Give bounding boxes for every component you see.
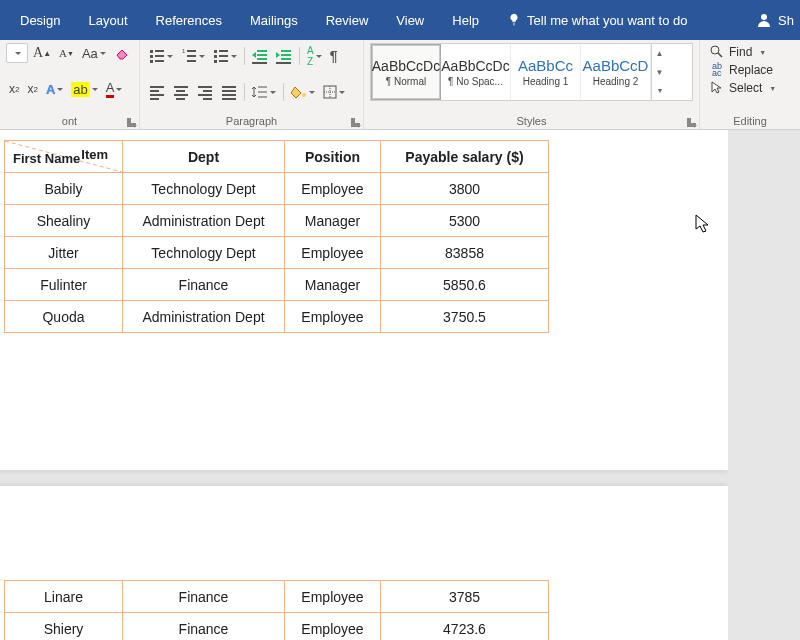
font-group: A▲ A▼ Aa x2 x2 A ab A ont — [0, 40, 140, 129]
header-position: Position — [285, 141, 381, 173]
cell-sal[interactable]: 5850.6 — [381, 269, 549, 301]
align-center-button[interactable] — [170, 82, 192, 102]
ribbon-tab-bar: Design Layout References Mailings Review… — [0, 0, 800, 40]
tab-review[interactable]: Review — [312, 0, 383, 40]
share-area[interactable]: Sh — [756, 12, 800, 28]
cell-pos[interactable]: Manager — [285, 205, 381, 237]
cell-name[interactable]: Shealiny — [5, 205, 123, 237]
cell-dept[interactable]: Finance — [123, 613, 285, 641]
tab-layout[interactable]: Layout — [74, 0, 141, 40]
paragraph-group: AZ ¶ Paragraph — [140, 40, 364, 129]
cell-dept[interactable]: Technology Dept — [123, 237, 285, 269]
document-page-2[interactable]: LinareFinanceEmployee3785 ShieryFinanceE… — [0, 486, 728, 640]
table-row[interactable]: JitterTechnology DeptEmployee83858 — [5, 237, 549, 269]
cell-sal[interactable]: 4723.6 — [381, 613, 549, 641]
table-row[interactable]: ShealinyAdministration DeptManager5300 — [5, 205, 549, 237]
cell-name[interactable]: Babily — [5, 173, 123, 205]
shrink-font-button[interactable]: A▼ — [56, 45, 77, 61]
tab-view[interactable]: View — [382, 0, 438, 40]
eraser-icon — [114, 45, 130, 61]
header-first-name: First Name — [13, 151, 80, 166]
cell-dept[interactable]: Administration Dept — [123, 205, 285, 237]
superscript-button[interactable]: x2 — [24, 80, 40, 98]
document-page-1[interactable]: Item First Name Dept Position Payable sa… — [0, 130, 728, 470]
style-no-spacing[interactable]: AaBbCcDc ¶ No Spac... — [441, 44, 511, 100]
decrease-indent-button[interactable] — [249, 46, 271, 66]
style-gallery-expand[interactable]: ▾ — [652, 81, 667, 100]
tab-mailings[interactable]: Mailings — [236, 0, 312, 40]
subscript-button[interactable]: x2 — [6, 80, 22, 98]
find-button[interactable]: Find ▼ — [706, 43, 794, 61]
cell-pos[interactable]: Employee — [285, 581, 381, 613]
change-case-button[interactable]: Aa — [79, 44, 109, 63]
grow-font-button[interactable]: A▲ — [30, 43, 54, 63]
cell-name[interactable]: Fulinter — [5, 269, 123, 301]
tab-help[interactable]: Help — [438, 0, 493, 40]
table-row[interactable]: LinareFinanceEmployee3785 — [5, 581, 549, 613]
salary-table[interactable]: Item First Name Dept Position Payable sa… — [4, 140, 549, 333]
table-row[interactable]: BabilyTechnology DeptEmployee3800 — [5, 173, 549, 205]
table-row[interactable]: FulinterFinanceManager5850.6 — [5, 269, 549, 301]
cell-dept[interactable]: Administration Dept — [123, 301, 285, 333]
line-spacing-button[interactable] — [249, 83, 279, 101]
cell-pos[interactable]: Employee — [285, 301, 381, 333]
font-dialog-launcher[interactable] — [125, 116, 136, 127]
bullets-button[interactable] — [146, 46, 176, 66]
cell-pos[interactable]: Employee — [285, 237, 381, 269]
cell-dept[interactable]: Finance — [123, 581, 285, 613]
style-normal[interactable]: AaBbCcDc ¶ Normal — [371, 44, 441, 100]
sort-button[interactable]: AZ — [304, 43, 325, 69]
salary-table-2[interactable]: LinareFinanceEmployee3785 ShieryFinanceE… — [4, 580, 549, 640]
table-row[interactable]: QuodaAdministration DeptEmployee3750.5 — [5, 301, 549, 333]
table-row[interactable]: ShieryFinanceEmployee4723.6 — [5, 613, 549, 641]
cell-pos[interactable]: Employee — [285, 173, 381, 205]
style-scroll-down[interactable]: ▼ — [652, 63, 667, 82]
cell-pos[interactable]: Manager — [285, 269, 381, 301]
shading-button[interactable] — [288, 83, 318, 101]
right-gutter — [728, 130, 800, 640]
cell-sal[interactable]: 3785 — [381, 581, 549, 613]
cell-sal[interactable]: 3750.5 — [381, 301, 549, 333]
borders-button[interactable] — [320, 83, 348, 101]
show-hide-marks-button[interactable]: ¶ — [327, 46, 341, 66]
cell-name[interactable]: Jitter — [5, 237, 123, 269]
tab-design[interactable]: Design — [6, 0, 74, 40]
header-item: Item — [81, 147, 108, 162]
cell-dept[interactable]: Finance — [123, 269, 285, 301]
search-icon — [710, 45, 724, 59]
cell-name[interactable]: Linare — [5, 581, 123, 613]
clear-formatting-button[interactable] — [111, 43, 133, 63]
multilevel-list-button[interactable] — [210, 46, 240, 66]
align-left-button[interactable] — [146, 82, 168, 102]
cell-name[interactable]: Shiery — [5, 613, 123, 641]
highlight-button[interactable]: ab — [68, 80, 100, 99]
justify-button[interactable] — [218, 82, 240, 102]
font-size-dropdown[interactable] — [6, 43, 28, 63]
replace-button[interactable]: abac Replace — [706, 61, 794, 79]
cell-sal[interactable]: 3800 — [381, 173, 549, 205]
editing-group: Find ▼ abac Replace Select ▼ Editing — [700, 40, 800, 129]
style-heading-1[interactable]: AaBbCc Heading 1 — [511, 44, 581, 100]
cell-dept[interactable]: Technology Dept — [123, 173, 285, 205]
select-button[interactable]: Select ▼ — [706, 79, 794, 97]
cell-pos[interactable]: Employee — [285, 613, 381, 641]
editing-group-label: Editing — [706, 115, 794, 128]
tell-me-search[interactable]: Tell me what you want to do — [493, 13, 701, 28]
font-color-button[interactable]: A — [103, 78, 126, 100]
styles-dialog-launcher[interactable] — [685, 116, 696, 127]
text-effects-button[interactable]: A — [43, 80, 66, 99]
style-caption: ¶ Normal — [386, 76, 426, 87]
tab-references[interactable]: References — [142, 0, 236, 40]
style-preview: AaBbCc — [518, 57, 573, 74]
ribbon-content: A▲ A▼ Aa x2 x2 A ab A ont AZ ¶ — [0, 40, 800, 130]
paragraph-dialog-launcher[interactable] — [349, 116, 360, 127]
cell-name[interactable]: Quoda — [5, 301, 123, 333]
align-right-button[interactable] — [194, 82, 216, 102]
cell-sal[interactable]: 83858 — [381, 237, 549, 269]
line-spacing-icon — [252, 85, 268, 99]
style-scroll-up[interactable]: ▲ — [652, 44, 667, 63]
cell-sal[interactable]: 5300 — [381, 205, 549, 237]
style-heading-2[interactable]: AaBbCcD Heading 2 — [581, 44, 651, 100]
numbering-button[interactable] — [178, 46, 208, 66]
increase-indent-button[interactable] — [273, 46, 295, 66]
